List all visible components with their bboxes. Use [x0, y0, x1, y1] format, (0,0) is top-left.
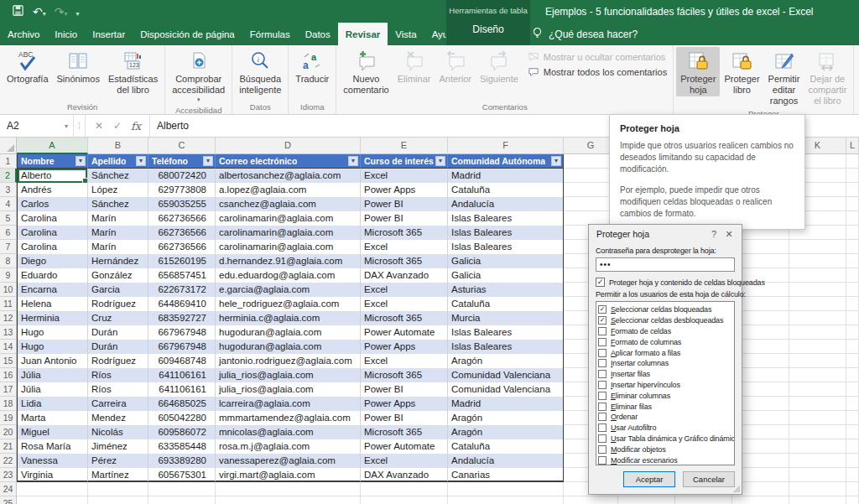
filter-button[interactable]: ▼ [75, 156, 86, 166]
permission-item[interactable]: Usar Tabla dinámica y Gráfico dinámico [598, 434, 732, 444]
cell-F5[interactable]: Islas Baleares [448, 211, 564, 226]
cell-E2[interactable]: Excel [361, 169, 448, 183]
cell-B7[interactable]: Marín [88, 240, 148, 254]
permission-item[interactable]: Ordenar [598, 412, 732, 423]
cell-D19[interactable]: mmmartamendez@aglaia.com [216, 411, 361, 425]
cell-L23[interactable] [846, 468, 859, 482]
cell-F4[interactable]: Andalucía [448, 197, 564, 211]
cell-F12[interactable]: Murcia [448, 311, 564, 325]
cell-D3[interactable]: a.lopez@aglaia.com [216, 183, 361, 197]
cell-A23[interactable]: Virginia [17, 468, 88, 482]
cell-E11[interactable]: Excel [361, 297, 448, 311]
ribbon-tab-archivo[interactable]: Archivo [0, 23, 47, 45]
row-header-12[interactable]: 12 [0, 311, 17, 325]
permission-item[interactable]: Eliminar filas [598, 401, 732, 412]
cell-L18[interactable] [846, 397, 859, 411]
cell-L24[interactable] [846, 482, 859, 496]
permission-item[interactable]: Insertar filas [598, 369, 732, 380]
cell-A4[interactable]: Carlos [17, 197, 88, 211]
cell-E23[interactable]: DAX Avanzado [361, 468, 448, 482]
cell-F16[interactable]: Comunidad Valenciana [448, 368, 564, 382]
cell-A17[interactable]: Júlia [17, 382, 88, 397]
name-box-caret-icon[interactable]: ▾ [65, 122, 68, 130]
cell-B22[interactable]: Pérez [88, 454, 148, 468]
cell-K17[interactable] [789, 382, 846, 397]
permission-checkbox[interactable] [598, 370, 607, 378]
cell-F8[interactable]: Galicia [448, 254, 564, 268]
cell-L14[interactable] [846, 340, 859, 354]
cell-E5[interactable]: Power BI [361, 211, 448, 226]
sinonimos-button[interactable]: Sinónimos [53, 47, 104, 86]
cell-K22[interactable] [789, 454, 846, 468]
cell-H25[interactable] [618, 496, 675, 504]
cell-E24[interactable] [361, 482, 448, 496]
cell-E9[interactable]: DAX Avanzado [361, 268, 448, 283]
cell-D5[interactable]: carolinamarin@aglaia.com [216, 211, 361, 226]
cell-A6[interactable]: Carolina [17, 226, 88, 240]
cell-D25[interactable] [216, 496, 361, 504]
cell-B11[interactable]: Rodríguez [88, 297, 148, 311]
cell-E17[interactable]: Power BI [361, 382, 448, 397]
cell-B8[interactable]: Hernández [88, 254, 148, 268]
cell-B16[interactable]: Ríos [88, 368, 148, 382]
row-header-4[interactable]: 4 [0, 197, 17, 211]
table-header-F[interactable]: Comunidad Autónoma▼ [448, 154, 564, 169]
dialog-titlebar[interactable]: Proteger hoja ? ✕ [589, 225, 742, 243]
permission-item[interactable]: Aplicar formato a filas [598, 347, 732, 358]
ribbon-tab-diseno[interactable]: Diseño [472, 23, 503, 35]
selected-cell-A2[interactable]: Alberto [17, 169, 88, 183]
cell-L8[interactable] [846, 254, 859, 268]
cell-F23[interactable]: Canarias [448, 468, 564, 482]
cell-K9[interactable] [789, 268, 846, 283]
row-header-15[interactable]: 15 [0, 354, 17, 368]
cancel-entry-icon[interactable]: ✕ [91, 120, 107, 132]
cell-L5[interactable] [846, 211, 859, 226]
cell-D22[interactable]: vanessaperez@aglaia.com [216, 454, 361, 468]
ribbon-tab-fórmulas[interactable]: Fórmulas [242, 23, 298, 45]
cell-A5[interactable]: Carolina [17, 211, 88, 226]
busqueda-inteligente-button[interactable]: i Búsqueda inteligente [235, 47, 285, 96]
row-header-8[interactable]: 8 [0, 254, 17, 268]
mostrar-todos-comentarios-toggle[interactable]: Mostrar todos los comentarios [528, 67, 667, 77]
row-header-16[interactable]: 16 [0, 368, 17, 382]
cell-C21[interactable]: 633585448 [148, 439, 216, 454]
cell-D10[interactable]: e.garcia@aglaia.com [216, 283, 361, 297]
cell-B15[interactable]: Rodríguez [88, 354, 148, 368]
cell-D24[interactable] [216, 482, 361, 496]
cell-K24[interactable] [789, 482, 846, 496]
cell-K23[interactable] [789, 468, 846, 482]
cell-E10[interactable]: Excel [361, 283, 448, 297]
traducir-button[interactable]: aa Traducir [291, 47, 333, 86]
permission-item[interactable]: Formato de columnas [598, 336, 732, 347]
row-header-2[interactable]: 2 [0, 169, 17, 183]
cell-A14[interactable]: Hugo [17, 340, 88, 354]
cell-F13[interactable]: Islas Baleares [448, 325, 564, 340]
cell-L4[interactable] [846, 197, 859, 211]
customize-qat-icon[interactable]: ▾ [76, 6, 80, 18]
cell-L11[interactable] [846, 297, 859, 311]
cell-K7[interactable] [789, 240, 846, 254]
cell-F19[interactable]: Aragón [448, 411, 564, 425]
cell-B6[interactable]: Marín [88, 226, 148, 240]
cell-F2[interactable]: Madrid [448, 169, 564, 183]
cell-L25[interactable] [846, 496, 859, 504]
cell-C19[interactable]: 605042280 [148, 411, 216, 425]
ribbon-tab-insertar[interactable]: Insertar [85, 23, 133, 45]
cell-F7[interactable]: Islas Baleares [448, 240, 564, 254]
table-header-D[interactable]: Correo electrónico▼ [216, 154, 361, 169]
cell-D9[interactable]: edu.eduardog@aglaia.com [216, 268, 361, 283]
cell-B18[interactable]: Carreira [88, 397, 148, 411]
cell-E19[interactable]: Power BI [361, 411, 448, 425]
redo-icon[interactable]: ↷▾ [55, 6, 68, 18]
row-header-9[interactable]: 9 [0, 268, 17, 283]
cell-E15[interactable]: Excel [361, 354, 448, 368]
cell-B13[interactable]: Durán [88, 325, 148, 340]
save-icon[interactable] [12, 4, 24, 18]
anterior-comentario-button[interactable]: Anterior [435, 47, 476, 86]
cell-L20[interactable] [846, 425, 859, 439]
cell-A25[interactable] [17, 496, 88, 504]
undo-icon[interactable]: ↶▾ [33, 6, 46, 18]
filter-button[interactable]: ▼ [203, 156, 213, 166]
cell-D2[interactable]: albertosanchez@aglaia.com [216, 169, 361, 183]
cell-C18[interactable]: 664685025 [148, 397, 216, 411]
